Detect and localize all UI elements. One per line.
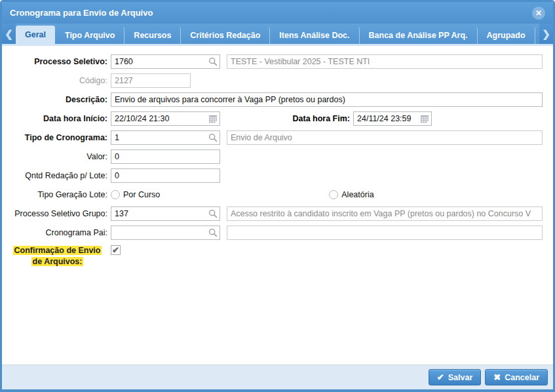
search-icon[interactable]	[206, 207, 220, 220]
row-codigo: Código:	[7, 73, 548, 88]
cronograma-pai-desc-field	[227, 225, 543, 240]
x-icon: ✖	[493, 373, 501, 382]
form-panel: Processo Seletivo: Código: Descrição:	[2, 46, 553, 364]
cronograma-pai-label: Cronograma Pai:	[7, 228, 111, 237]
tab-itens-analise-doc[interactable]: Itens Análise Doc.	[270, 27, 359, 44]
tipo-cronograma-desc	[227, 133, 542, 142]
cronograma-pai-desc	[227, 228, 542, 237]
tab-scroll-right-icon[interactable]: ❯	[539, 24, 553, 44]
ps-grupo-field	[111, 206, 220, 221]
dialog-title: Cronograma para Envio de Arquivo	[10, 8, 532, 18]
qntd-redacao-input[interactable]	[111, 171, 220, 180]
ps-grupo-label: Processo Seletivo Grupo:	[7, 209, 111, 218]
ps-grupo-input[interactable]	[111, 209, 206, 218]
tab-tipo-arquivo[interactable]: Tipo Arquivo	[56, 27, 124, 44]
radio-icon	[329, 190, 338, 199]
processo-seletivo-desc	[227, 57, 542, 66]
processo-seletivo-input[interactable]	[111, 57, 206, 66]
check-icon: ✔	[437, 373, 444, 382]
radio-aleatoria-label: Aleatória	[341, 190, 373, 199]
tipo-cronograma-input[interactable]	[111, 133, 206, 142]
cronograma-pai-field	[111, 225, 220, 240]
processo-seletivo-field	[111, 54, 220, 69]
confirmacao-label-line2: de Arquivos:	[31, 257, 84, 266]
confirmacao-label-line1: Confirmação de Envio	[13, 246, 102, 255]
dialog-window: Cronograma para Envio de Arquivo ✕ ❮ Ger…	[0, 0, 555, 392]
dialog-footer: ✔ Salvar ✖ Cancelar	[2, 364, 553, 389]
descricao-label: Descrição:	[7, 95, 111, 104]
save-button[interactable]: ✔ Salvar	[429, 369, 481, 385]
qntd-redacao-field	[111, 168, 220, 183]
row-tipo-geracao: Tipo Geração Lote: Por Curso Aleatória	[7, 187, 548, 202]
tab-scroll-left-icon[interactable]: ❮	[2, 24, 16, 44]
row-datas: Data hora Início: Data hora Fim:	[7, 111, 548, 126]
tipo-cronograma-field	[111, 130, 220, 145]
dialog-titlebar: Cronograma para Envio de Arquivo ✕	[2, 2, 553, 24]
tipo-cronograma-desc-field	[227, 130, 543, 145]
confirmacao-checkbox[interactable]: ✔	[111, 245, 121, 255]
data-fim-label: Data hora Fim:	[220, 114, 353, 123]
codigo-field	[111, 73, 191, 88]
radio-por-curso-label: Por Curso	[123, 190, 160, 199]
processo-seletivo-desc-field	[227, 54, 543, 69]
tipo-geracao-label: Tipo Geração Lote:	[7, 190, 111, 199]
tipo-cronograma-label: Tipo de Cronograma:	[7, 133, 111, 142]
valor-field	[111, 149, 220, 164]
qntd-redacao-label: Qntd Redação p/ Lote:	[7, 171, 111, 180]
row-ps-grupo: Processo Seletivo Grupo:	[7, 206, 548, 221]
calendar-icon[interactable]	[206, 112, 220, 125]
descricao-input[interactable]	[111, 95, 542, 104]
row-cronograma-pai: Cronograma Pai:	[7, 225, 548, 240]
row-qntd-redacao: Qntd Redação p/ Lote:	[7, 168, 548, 183]
tab-geral[interactable]: Geral	[16, 26, 55, 44]
codigo-input	[111, 76, 190, 85]
calendar-icon[interactable]	[418, 112, 431, 125]
valor-input[interactable]	[111, 152, 220, 161]
radio-icon	[111, 190, 120, 199]
tab-agrupado[interactable]: Agrupado	[478, 27, 535, 44]
data-fim-input[interactable]	[354, 114, 418, 123]
search-icon[interactable]	[206, 55, 220, 68]
tab-banca-analise-pp[interactable]: Banca de Análise PP Arq.	[360, 27, 478, 44]
search-icon[interactable]	[206, 226, 220, 239]
data-inicio-input[interactable]	[111, 114, 206, 123]
data-fim-field	[353, 111, 432, 126]
row-processo-seletivo: Processo Seletivo:	[7, 54, 548, 69]
data-inicio-field	[111, 111, 220, 126]
row-confirmacao: Confirmação de Envio de Arquivos: ✔	[7, 245, 548, 267]
cronograma-pai-input[interactable]	[111, 228, 206, 237]
confirmacao-label: Confirmação de Envio de Arquivos:	[7, 245, 111, 267]
close-icon[interactable]: ✕	[532, 7, 545, 20]
row-descricao: Descrição:	[7, 92, 548, 107]
row-tipo-cronograma: Tipo de Cronograma:	[7, 130, 548, 145]
radio-por-curso[interactable]: Por Curso	[111, 190, 160, 199]
data-inicio-label: Data hora Início:	[7, 114, 111, 123]
search-icon[interactable]	[206, 131, 220, 144]
ps-grupo-desc-field	[227, 206, 543, 221]
codigo-label: Código:	[7, 76, 111, 85]
radio-aleatoria[interactable]: Aleatória	[329, 190, 373, 199]
save-button-label: Salvar	[448, 373, 473, 382]
ps-grupo-desc	[227, 209, 542, 218]
tab-criterios-redacao[interactable]: Critérios Redação	[181, 27, 270, 44]
tab-bar: ❮ Geral Tipo Arquivo Recursos Critérios …	[2, 24, 553, 44]
row-valor: Valor:	[7, 149, 548, 164]
tab-recursos[interactable]: Recursos	[124, 27, 181, 44]
checkmark-icon: ✔	[112, 246, 119, 254]
cancel-button-label: Cancelar	[505, 373, 539, 382]
cancel-button[interactable]: ✖ Cancelar	[485, 369, 548, 385]
valor-label: Valor:	[7, 152, 111, 161]
processo-seletivo-label: Processo Seletivo:	[7, 57, 111, 66]
descricao-field	[111, 92, 543, 107]
